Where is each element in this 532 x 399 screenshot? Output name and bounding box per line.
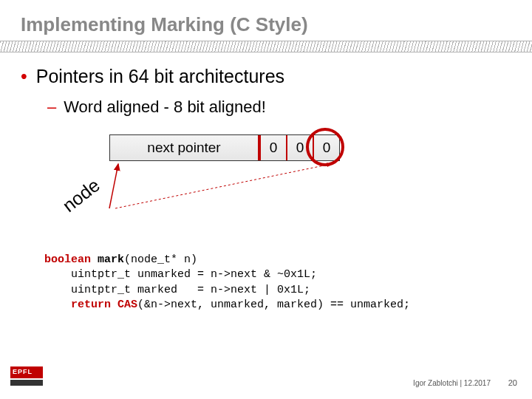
sub-bullet-1: – Word aligned - 8 bit aligned! [47,98,511,117]
slide-title: Implementing Marking (C Style) [0,0,532,41]
code-t4 [111,299,117,311]
pointer-diagram: next pointer 0 0 0 node [65,134,511,245]
divider-hatch [0,41,532,52]
code-line-2: uintptr_t unmarked = n->next & ~0x1L; [44,268,317,281]
code-fn-mark: mark [98,253,124,266]
arrow-icon [98,155,349,236]
code-t1 [91,253,98,266]
code-t2: (node_t* n) [124,253,197,266]
code-t5: (&n->next, unmarked, marked) == unmarked… [137,299,410,311]
bullet-icon: • [21,67,27,86]
bullet-1: • Pointers in 64 bit architectures [21,66,511,87]
dash-icon: – [47,98,56,117]
code-kw-return: return [71,299,111,311]
footer-text: Igor Zablotchi | 12.2017 [413,379,491,387]
code-line-3: uintptr_t marked = n->next | 0x1L; [44,284,310,296]
code-block: boolean mark(node_t* n) uintptr_t unmark… [44,253,511,313]
page-number: 20 [508,378,517,387]
bullet-1-text: Pointers in 64 bit architectures [36,66,284,87]
sub-bullet-1-text: Word aligned - 8 bit aligned! [64,98,266,117]
content-area: • Pointers in 64 bit architectures – Wor… [0,52,532,313]
svg-line-0 [109,164,118,208]
code-t3 [44,299,71,311]
svg-line-1 [115,164,331,208]
code-kw-boolean: boolean [44,253,91,266]
epfl-logo-text: EPFL [13,368,33,375]
epfl-logo: EPFL [10,366,43,389]
code-fn-cas: CAS [117,299,137,311]
